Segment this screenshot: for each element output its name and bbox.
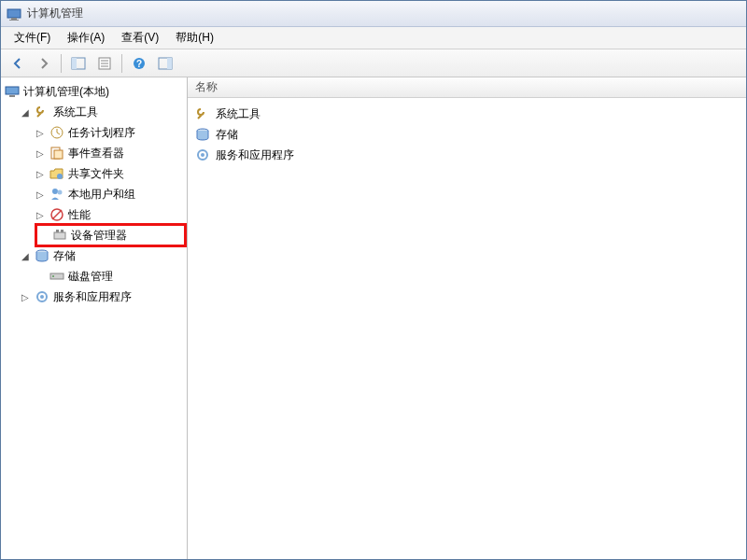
menu-action[interactable]: 操作(A)	[60, 27, 112, 49]
help-button[interactable]: ?	[128, 52, 150, 75]
expander-closed-icon[interactable]: ▷	[35, 147, 46, 159]
menu-view[interactable]: 查看(V)	[114, 27, 166, 49]
app-icon	[7, 7, 21, 21]
tree-label: 共享文件夹	[68, 166, 124, 182]
tree-event-viewer[interactable]: ▷ 事件查看器	[35, 143, 187, 163]
tree-disk-management[interactable]: 磁盘管理	[35, 266, 187, 287]
device-manager-icon	[52, 228, 67, 243]
tree-local-users[interactable]: ▷ 本地用户和组	[35, 184, 187, 204]
title-bar: 计算机管理	[1, 1, 746, 27]
tree-label: 任务计划程序	[68, 125, 135, 141]
tree-task-scheduler[interactable]: ▷ 任务计划程序	[35, 122, 187, 143]
svg-rect-25	[61, 230, 63, 232]
main-body: 计算机管理(本地) ◢ 系统工具 ▷ 任务计划程序 ▷	[1, 77, 746, 560]
list-item[interactable]: 系统工具	[191, 104, 742, 124]
tree-label: 事件查看器	[68, 146, 124, 161]
list-item[interactable]: 服务和应用程序	[191, 145, 742, 165]
svg-rect-23	[54, 232, 65, 239]
expander-closed-icon[interactable]: ▷	[35, 127, 46, 138]
tree-label: 磁盘管理	[68, 269, 113, 285]
toolbar-separator	[121, 54, 122, 73]
toolbar: ?	[1, 49, 746, 77]
svg-rect-0	[7, 9, 21, 18]
menu-bar: 文件(F) 操作(A) 查看(V) 帮助(H)	[1, 27, 746, 49]
svg-rect-2	[9, 20, 19, 21]
show-hide-tree-button[interactable]	[67, 52, 90, 75]
expander-closed-icon[interactable]: ▷	[35, 209, 46, 220]
svg-point-30	[40, 295, 44, 299]
tree-label: 服务和应用程序	[53, 289, 132, 305]
tree-storage[interactable]: ◢ 存储	[20, 245, 187, 266]
performance-icon	[49, 207, 64, 222]
list-label: 存储	[216, 127, 238, 143]
tree-pane[interactable]: 计算机管理(本地) ◢ 系统工具 ▷ 任务计划程序 ▷	[1, 77, 188, 560]
tree-system-tools[interactable]: ◢ 系统工具	[20, 102, 187, 122]
tree-label: 计算机管理(本地)	[23, 84, 109, 100]
window-title: 计算机管理	[27, 6, 83, 21]
services-icon	[195, 147, 210, 162]
computer-icon	[5, 84, 20, 99]
svg-point-20	[58, 190, 63, 195]
tree-label: 性能	[68, 207, 91, 223]
svg-line-22	[52, 210, 62, 219]
menu-file[interactable]: 文件(F)	[7, 27, 58, 49]
svg-rect-12	[167, 58, 172, 69]
svg-point-33	[201, 153, 204, 157]
expander-closed-icon[interactable]: ▷	[35, 168, 46, 179]
expander-closed-icon[interactable]: ▷	[20, 291, 31, 302]
tree-performance[interactable]: ▷ 性能	[35, 204, 187, 225]
clock-icon	[49, 125, 64, 140]
services-icon	[35, 289, 49, 304]
svg-point-28	[52, 275, 54, 277]
svg-rect-17	[54, 150, 63, 159]
svg-rect-4	[72, 58, 77, 69]
disk-icon	[49, 269, 64, 284]
svg-rect-24	[56, 230, 59, 232]
back-button[interactable]	[7, 52, 29, 75]
tree-label: 本地用户和组	[68, 187, 135, 203]
storage-icon	[195, 127, 210, 142]
shared-folder-icon	[49, 166, 64, 181]
show-action-pane-button[interactable]	[154, 52, 176, 75]
menu-help[interactable]: 帮助(H)	[168, 27, 221, 49]
expander-placeholder	[35, 271, 46, 282]
svg-point-19	[52, 189, 58, 194]
list-item[interactable]: 存储	[191, 124, 742, 145]
storage-icon	[35, 248, 49, 263]
highlight-annotation: 设备管理器	[35, 223, 187, 247]
list-label: 系统工具	[216, 106, 261, 122]
svg-rect-14	[9, 95, 15, 97]
svg-rect-13	[6, 87, 19, 94]
expander-open-icon[interactable]: ◢	[20, 250, 31, 261]
properties-button[interactable]	[93, 52, 116, 75]
tools-icon	[35, 105, 49, 119]
expander-closed-icon[interactable]: ▷	[35, 189, 46, 200]
svg-point-18	[57, 174, 63, 179]
forward-button[interactable]	[33, 52, 55, 75]
column-label: 名称	[195, 79, 218, 95]
event-log-icon	[49, 146, 64, 161]
tree-device-manager[interactable]: 设备管理器	[39, 225, 131, 245]
svg-text:?: ?	[136, 59, 142, 69]
svg-rect-1	[11, 18, 17, 20]
users-icon	[49, 187, 64, 202]
detail-list[interactable]: 系统工具 存储 服务和应用程序	[188, 98, 746, 171]
toolbar-separator	[61, 54, 62, 73]
detail-pane: 名称 系统工具 存储 服务和应用程序	[188, 77, 746, 560]
tree-services-apps[interactable]: ▷ 服务和应用程序	[20, 287, 187, 307]
tools-icon	[195, 106, 210, 121]
expander-open-icon[interactable]: ◢	[20, 106, 31, 118]
tree-label: 设备管理器	[71, 228, 127, 244]
tree-label: 存储	[53, 248, 76, 264]
list-label: 服务和应用程序	[216, 147, 294, 163]
tree-root[interactable]: 计算机管理(本地)	[5, 81, 187, 102]
column-header-name[interactable]: 名称	[188, 77, 746, 98]
tree-shared-folders[interactable]: ▷ 共享文件夹	[35, 163, 187, 184]
tree-label: 系统工具	[53, 105, 98, 120]
